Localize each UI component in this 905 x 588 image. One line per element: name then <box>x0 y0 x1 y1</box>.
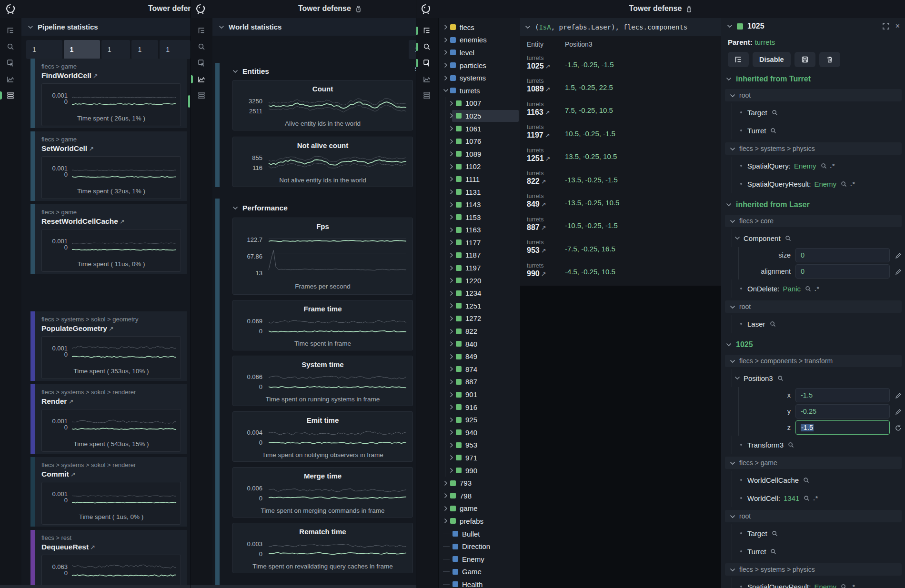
component-row[interactable]: Target <box>721 103 905 121</box>
chevron-right-icon[interactable] <box>449 468 453 473</box>
component-row[interactable]: Component <box>721 229 905 247</box>
chevron-right-icon[interactable] <box>443 24 448 30</box>
tree-item[interactable]: 1187 <box>439 249 520 262</box>
tree-item[interactable]: 874 <box>439 363 520 376</box>
tree-item[interactable]: 940 <box>439 426 520 439</box>
chevron-right-icon[interactable] <box>449 252 453 258</box>
chevron-right-icon[interactable] <box>449 139 453 144</box>
sidebar-stats-icon[interactable] <box>416 90 438 100</box>
tree-item[interactable]: 1143 <box>439 198 520 211</box>
component-row[interactable]: Transform3 <box>721 436 905 454</box>
query-expression[interactable]: (IsA, prefabs.Laser), flecs.components <box>535 23 687 31</box>
tree-item[interactable]: 798 <box>439 489 520 502</box>
entity-link[interactable]: 1163↗ <box>527 108 565 118</box>
component-scope-bar[interactable]: flecs > game <box>725 457 902 469</box>
sidebar-inspector-icon[interactable] <box>0 58 21 68</box>
component-row[interactable]: SpatialQueryResult: Enemy .* <box>721 175 905 193</box>
tree-item[interactable]: enemies <box>439 34 520 47</box>
component-row[interactable]: Turret <box>721 542 905 560</box>
search-icon[interactable] <box>777 375 784 381</box>
chevron-right-icon[interactable] <box>449 278 453 283</box>
component-row[interactable]: SpatialQuery: Enemy .* <box>721 157 905 175</box>
tree-item[interactable]: 793 <box>439 477 520 489</box>
component-scope-bar[interactable]: root <box>725 89 902 101</box>
component-value-link[interactable]: Panic <box>783 285 801 293</box>
inspector-section-header[interactable]: 1025 <box>721 338 905 352</box>
panel-header-world-statistics[interactable]: World statistics <box>212 18 416 36</box>
chevron-right-icon[interactable] <box>449 151 453 157</box>
chevron-right-icon[interactable] <box>449 392 453 398</box>
system-link[interactable]: SetWorldCell↗ <box>41 144 181 153</box>
time-range-tab[interactable]: 1 week <box>160 40 191 59</box>
sidebar-tree-icon[interactable] <box>191 26 212 36</box>
chevron-right-icon[interactable] <box>449 189 453 195</box>
component-row[interactable]: OnDelete: Panic .* <box>721 279 905 298</box>
tree-item[interactable]: 1061 <box>439 122 520 135</box>
sidebar-stats-icon[interactable] <box>0 90 21 100</box>
chevron-right-icon[interactable] <box>443 50 448 55</box>
tree-item[interactable]: 990 <box>439 464 520 477</box>
component-value-link[interactable]: 1341 <box>784 494 799 502</box>
tree-item[interactable]: 953 <box>439 439 520 452</box>
chevron-right-icon[interactable] <box>443 62 448 68</box>
entity-link[interactable]: 1251↗ <box>527 154 565 164</box>
chevron-right-icon[interactable] <box>449 126 453 131</box>
field-input[interactable]: 0 <box>795 248 890 262</box>
chevron-right-icon[interactable] <box>449 214 453 220</box>
time-range-tab[interactable]: 1 hour <box>101 40 131 59</box>
search-icon[interactable] <box>841 181 847 187</box>
chevron-right-icon[interactable] <box>443 37 448 43</box>
save-button[interactable] <box>794 52 815 67</box>
chevron-right-icon[interactable] <box>443 493 448 498</box>
panel-header-pipeline-statistics[interactable]: Pipeline statistics <box>21 18 191 36</box>
chevron-right-icon[interactable] <box>449 239 453 245</box>
chevron-right-icon[interactable] <box>449 202 453 208</box>
tree-item[interactable]: Game <box>439 566 520 578</box>
field-input[interactable]: 0 <box>795 264 890 279</box>
search-icon[interactable] <box>772 110 778 116</box>
chevron-down-icon[interactable] <box>727 23 733 29</box>
close-icon[interactable]: × <box>895 22 900 30</box>
sidebar-inspector-icon[interactable] <box>416 58 438 68</box>
time-range-tab[interactable]: 1 second <box>409 40 416 59</box>
search-icon[interactable] <box>770 321 776 327</box>
search-icon[interactable] <box>788 442 794 448</box>
time-range-tab[interactable]: 1 second <box>26 40 62 59</box>
chevron-right-icon[interactable] <box>449 329 453 334</box>
tree-item[interactable]: particles <box>439 59 520 72</box>
time-range-tab[interactable]: 1 day <box>131 40 158 59</box>
entity-link[interactable]: 849↗ <box>527 199 565 209</box>
sidebar-tree-icon[interactable] <box>416 26 438 36</box>
entity-link[interactable]: 1025↗ <box>527 61 565 71</box>
disable-button[interactable]: Disable <box>753 52 791 67</box>
component-value-link[interactable]: Enemy <box>814 180 836 188</box>
tree-item[interactable]: game <box>439 502 520 515</box>
sidebar-stats-icon[interactable] <box>191 90 212 100</box>
search-icon[interactable] <box>770 128 776 134</box>
component-scope-bar[interactable]: flecs > core <box>725 215 902 227</box>
tree-item[interactable]: Bullet <box>439 528 520 540</box>
tree-item[interactable]: 1076 <box>439 135 520 148</box>
component-row[interactable]: Turret <box>721 121 905 140</box>
tree-item[interactable]: flecs <box>439 21 520 34</box>
edit-icon[interactable] <box>895 408 902 415</box>
tree-item[interactable]: 822 <box>439 325 520 338</box>
chevron-right-icon[interactable] <box>449 455 453 460</box>
component-row[interactable]: SpatialQueryResult: Enemy .* <box>721 578 905 588</box>
tree-item[interactable]: 887 <box>439 376 520 389</box>
chevron-right-icon[interactable] <box>449 429 453 435</box>
entities-section-header[interactable]: Entities <box>232 63 416 80</box>
sidebar-chart-icon[interactable] <box>0 74 21 84</box>
system-link[interactable]: PopulateGeometry↗ <box>41 324 181 333</box>
search-icon[interactable] <box>803 477 809 483</box>
scrollbar-thumb[interactable] <box>188 95 190 108</box>
field-input[interactable]: -0.25 <box>795 404 890 419</box>
chevron-right-icon[interactable] <box>443 506 448 511</box>
tree-item[interactable]: 840 <box>439 338 520 350</box>
pair-icon[interactable]: .* <box>813 495 818 502</box>
chevron-right-icon[interactable] <box>449 113 453 119</box>
component-row[interactable]: Position3 <box>721 369 905 387</box>
chevron-right-icon[interactable] <box>449 379 453 385</box>
tree-item[interactable]: 1197 <box>439 261 520 274</box>
delete-button[interactable] <box>819 52 840 67</box>
